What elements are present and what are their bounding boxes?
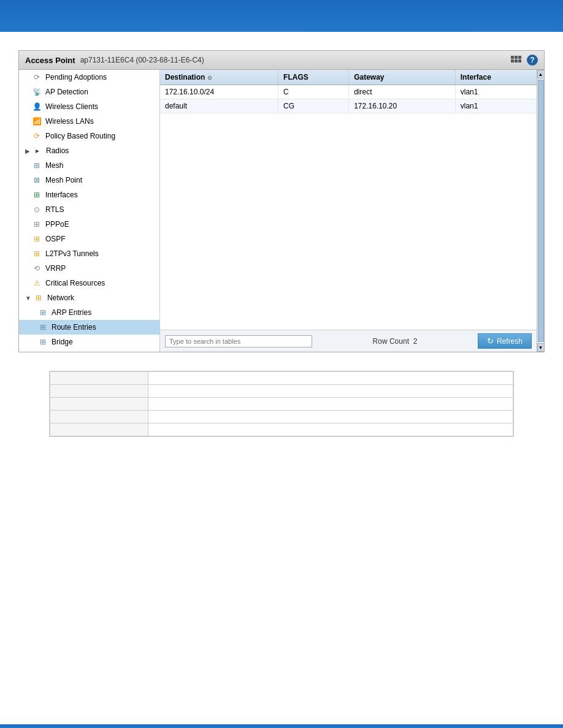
ref-table-row xyxy=(50,411,513,423)
critical-icon: ⚠ xyxy=(31,278,42,288)
table-row[interactable]: defaultCG172.16.10.20vlan1 xyxy=(160,99,537,113)
help-icon[interactable]: ? xyxy=(527,55,538,66)
col-header-destination[interactable]: Destination⊙ xyxy=(160,70,278,85)
ref-table-row xyxy=(50,423,513,436)
arp-icon: ⊞ xyxy=(37,308,48,317)
sidebar-item-network[interactable]: ▼⊞Network xyxy=(19,290,159,305)
cell-flags: C xyxy=(278,85,349,99)
ap-detection-icon: 📡 xyxy=(31,87,42,97)
l2tp-icon: ⊞ xyxy=(31,249,42,259)
ref-cell-left-1 xyxy=(50,385,148,398)
search-input[interactable] xyxy=(165,335,312,347)
ref-cell-right-4 xyxy=(148,423,513,436)
cell-interface: vlan1 xyxy=(455,85,537,99)
sidebar-item-label-wireless-clients: Wireless Clients xyxy=(45,102,98,111)
cell-flags: CG xyxy=(278,99,349,113)
refresh-icon: ↻ xyxy=(487,336,494,346)
bottom-strip xyxy=(0,724,563,728)
sidebar-item-critical-resources[interactable]: ⚠Critical Resources xyxy=(19,276,159,290)
row-count-label: Row Count 2 xyxy=(373,337,418,346)
ref-cell-right-1 xyxy=(148,385,513,398)
interfaces-icon: ⊞ xyxy=(31,190,42,200)
sidebar-item-interfaces[interactable]: ⊞Interfaces xyxy=(19,188,159,202)
sidebar-item-bridge[interactable]: ⊞Bridge xyxy=(19,335,159,349)
ospf-icon: ⊞ xyxy=(31,234,42,244)
scroll-up-arrow[interactable]: ▲ xyxy=(537,70,545,78)
sidebar-item-pending-adoptions[interactable]: ⟳Pending Adoptions xyxy=(19,70,159,85)
col-header-interface: Interface xyxy=(455,70,537,85)
cell-destination: 172.16.10.0/24 xyxy=(160,85,278,99)
ref-table-row xyxy=(50,398,513,411)
sidebar-item-label-pending-adoptions: Pending Adoptions xyxy=(45,73,107,82)
reference-table-container xyxy=(49,371,514,437)
sidebar-item-label-network: Network xyxy=(47,294,74,302)
sidebar-item-label-ap-detection: AP Detection xyxy=(45,88,88,96)
sidebar-item-l2tpv3-tunnels[interactable]: ⊞L2TPv3 Tunnels xyxy=(19,246,159,261)
sidebar-item-radios[interactable]: ▶▸Radios xyxy=(19,143,159,158)
vrrp-icon: ⟲ xyxy=(31,264,42,273)
bridge-icon: ⊞ xyxy=(37,337,48,347)
cell-interface: vlan1 xyxy=(455,99,537,113)
sidebar-item-rtls[interactable]: ⊙RTLS xyxy=(19,202,159,217)
col-header-gateway: Gateway xyxy=(349,70,456,85)
sidebar-item-pppoe[interactable]: ⊞PPPoE xyxy=(19,217,159,232)
scroll-down-arrow[interactable]: ▼ xyxy=(537,343,545,352)
sidebar-item-label-interfaces: Interfaces xyxy=(45,191,78,199)
sidebar-item-label-route-entries: Route Entries xyxy=(52,323,96,332)
pending-icon: ⟳ xyxy=(31,72,42,82)
refresh-button[interactable]: ↻ Refresh xyxy=(478,333,532,349)
expand-arrow-network: ▼ xyxy=(25,295,31,301)
sidebar-item-label-wireless-lans: Wireless LANs xyxy=(45,117,94,126)
table-row[interactable]: 172.16.10.0/24Cdirectvlan1 xyxy=(160,85,537,99)
wireless-clients-icon: 👤 xyxy=(31,102,42,112)
sidebar-item-ap-detection[interactable]: 📡AP Detection xyxy=(19,85,159,99)
ap-titlebar: Access Point ap7131-11E6C4 (00-23-68-11-… xyxy=(19,51,544,70)
sidebar-item-label-bridge: Bridge xyxy=(52,338,73,346)
sidebar-item-label-rtls: RTLS xyxy=(45,205,64,214)
ref-table-row xyxy=(50,385,513,398)
sidebar-item-label-mesh: Mesh xyxy=(45,161,63,170)
mesh-point-icon: ⊠ xyxy=(31,175,42,185)
sidebar-item-ospf[interactable]: ⊞OSPF xyxy=(19,232,159,246)
scroll-thumb[interactable] xyxy=(538,80,544,342)
cell-gateway: 172.16.10.20 xyxy=(349,99,456,113)
route-table: Destination⊙FLAGSGatewayInterface 172.16… xyxy=(160,70,537,113)
ref-cell-right-0 xyxy=(148,372,513,385)
sidebar-item-wireless-clients[interactable]: 👤Wireless Clients xyxy=(19,99,159,114)
pppoe-icon: ⊞ xyxy=(31,219,42,229)
ref-cell-left-2 xyxy=(50,398,148,411)
sidebar-item-label-radios: Radios xyxy=(46,146,69,155)
radios-icon: ▸ xyxy=(32,146,43,156)
ap-title-value: ap7131-11E6C4 (00-23-68-11-E6-C4) xyxy=(80,56,204,64)
ref-cell-left-3 xyxy=(50,411,148,423)
sidebar-item-label-mesh-point: Mesh Point xyxy=(45,176,82,184)
ref-cell-left-4 xyxy=(50,423,148,436)
sidebar-item-arp-entries[interactable]: ⊞ARP Entries xyxy=(19,305,159,320)
sidebar: ⟳Pending Adoptions📡AP Detection👤Wireless… xyxy=(19,70,160,352)
ref-cell-left-0 xyxy=(50,372,148,385)
sidebar-item-label-arp-entries: ARP Entries xyxy=(52,308,91,317)
sort-icon-destination[interactable]: ⊙ xyxy=(207,75,212,81)
ref-cell-right-2 xyxy=(148,398,513,411)
mesh-icon: ⊞ xyxy=(31,161,42,170)
col-header-flags: FLAGS xyxy=(278,70,349,85)
bottom-bar: Row Count 2 ↻ Refresh xyxy=(160,330,537,352)
sidebar-item-mesh[interactable]: ⊞Mesh xyxy=(19,158,159,173)
sidebar-item-label-pppoe: PPPoE xyxy=(45,220,69,229)
top-banner xyxy=(0,0,563,32)
sidebar-item-label-ospf: OSPF xyxy=(45,235,66,243)
sidebar-item-policy-based-routing[interactable]: ⟳Policy Based Routing xyxy=(19,129,159,143)
sidebar-item-wireless-lans[interactable]: 📶Wireless LANs xyxy=(19,114,159,129)
reference-table xyxy=(50,371,513,436)
grid-view-icon[interactable] xyxy=(511,56,522,64)
sidebar-item-label-critical-resources: Critical Resources xyxy=(45,279,105,287)
ap-window: Access Point ap7131-11E6C4 (00-23-68-11-… xyxy=(18,50,545,352)
sidebar-item-vrrp[interactable]: ⟲VRRP xyxy=(19,261,159,276)
sidebar-item-mesh-point[interactable]: ⊠Mesh Point xyxy=(19,173,159,188)
ref-cell-right-3 xyxy=(148,411,513,423)
vertical-scrollbar[interactable]: ▲ ▼ xyxy=(537,70,544,352)
sidebar-item-route-entries[interactable]: ⊞Route Entries xyxy=(19,320,159,335)
expand-arrow-radios: ▶ xyxy=(25,148,30,154)
rtls-icon: ⊙ xyxy=(31,205,42,214)
sidebar-item-label-vrrp: VRRP xyxy=(45,264,66,273)
